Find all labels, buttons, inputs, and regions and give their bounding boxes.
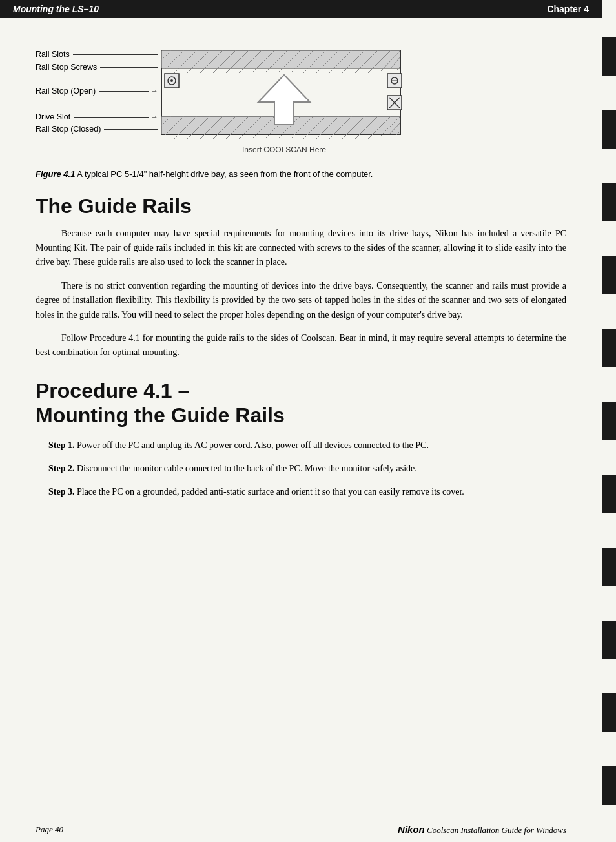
- tab-marker: [602, 329, 616, 367]
- step-1-text: Power off the PC and unplug its AC power…: [74, 440, 429, 450]
- tab-marker: [602, 256, 616, 294]
- label-rail-stop-open: Rail Stop (Open): [36, 86, 96, 98]
- label-rail-slots: Rail Slots: [36, 49, 70, 61]
- figure-label: Figure 4.1: [36, 169, 75, 179]
- tab-marker: [602, 621, 616, 659]
- figure-caption: Figure 4.1 A typical PC 5-1/4" half-heig…: [36, 168, 566, 181]
- svg-rect-1: [161, 50, 400, 68]
- procedure-title: Procedure 4.1 – Mounting the Guide Rails: [36, 378, 566, 428]
- step-3-text: Place the PC on a grounded, padded anti-…: [74, 487, 464, 497]
- page: Mounting the LS–10 Chapter 4 Rail Slots: [0, 0, 616, 842]
- header-bar: Mounting the LS–10 Chapter 4: [0, 0, 602, 18]
- step-1: Step 1. Power off the PC and unplug its …: [48, 438, 566, 453]
- footer-brand-name: Nikon: [398, 824, 425, 835]
- diagram-container: Rail Slots Rail Stop Screws Rail Stop: [36, 37, 566, 163]
- figure-caption-text: A typical PC 5-1/4" half-height drive ba…: [75, 169, 373, 179]
- guide-rails-title: The Guide Rails: [36, 195, 566, 218]
- tab-marker: [602, 183, 616, 221]
- header-chapter-title: Mounting the LS–10: [13, 4, 99, 14]
- svg-text:Insert COOLSCAN Here: Insert COOLSCAN Here: [242, 145, 326, 154]
- figure-area: Rail Slots Rail Stop Screws Rail Stop: [36, 37, 566, 181]
- header-chapter-number: Chapter 4: [547, 4, 589, 14]
- step-2: Step 2. Disconnect the monitor cable con…: [48, 462, 566, 476]
- footer-page-number: Page 40: [36, 825, 63, 835]
- guide-rails-para-2: There is no strict convention regarding …: [36, 279, 566, 322]
- main-content: Rail Slots Rail Stop Screws Rail Stop: [0, 18, 602, 817]
- footer-brand-area: Nikon Coolscan Installation Guide for Wi…: [398, 824, 566, 836]
- tab-marker: [602, 548, 616, 586]
- guide-rails-para-3: Follow Procedure 4.1 for mounting the gu…: [36, 331, 566, 360]
- step-3: Step 3. Place the PC on a grounded, padd…: [48, 485, 566, 499]
- tab-marker: [602, 402, 616, 440]
- footer: Page 40 Nikon Coolscan Installation Guid…: [0, 817, 602, 842]
- step-1-label: Step 1.: [48, 440, 74, 450]
- page-content: Mounting the LS–10 Chapter 4 Rail Slots: [0, 0, 602, 842]
- tab-marker: [602, 475, 616, 513]
- step-3-label: Step 3.: [48, 487, 74, 497]
- diagram-svg: Insert COOLSCAN Here: [158, 37, 566, 163]
- guide-rails-para-1: Because each computer may have special r…: [36, 227, 566, 270]
- label-rail-stop-screws: Rail Stop Screws: [36, 62, 97, 74]
- tab-marker: [602, 110, 616, 149]
- label-rail-stop-closed: Rail Stop (Closed): [36, 124, 101, 136]
- footer-subtitle: Coolscan Installation Guide for Windows: [425, 825, 566, 835]
- svg-point-47: [170, 79, 173, 82]
- label-drive-slot: Drive Slot: [36, 112, 70, 123]
- tab-marker: [602, 693, 616, 732]
- step-2-label: Step 2.: [48, 464, 74, 473]
- step-2-text: Disconnect the monitor cable connected t…: [74, 464, 416, 473]
- diagram-labels: Rail Slots Rail Stop Screws Rail Stop: [36, 37, 158, 137]
- tab-markers: [602, 0, 616, 842]
- tab-marker: [602, 37, 616, 76]
- tab-marker: [602, 766, 616, 805]
